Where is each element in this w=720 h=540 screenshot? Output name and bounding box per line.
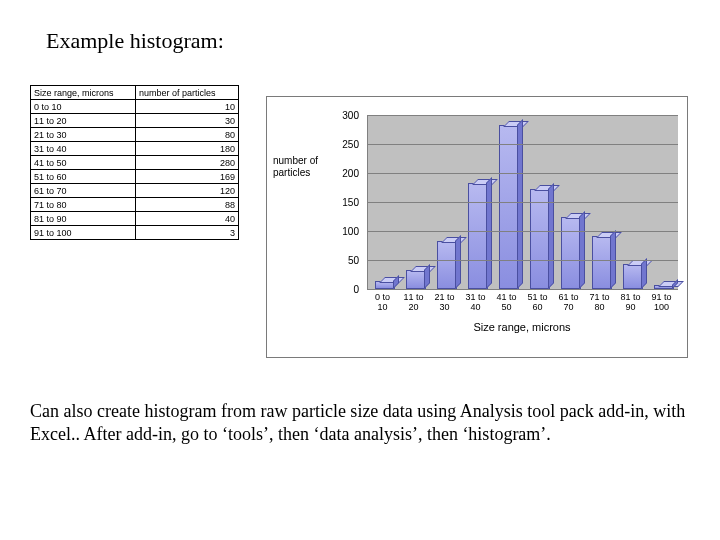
- size-range-cell: 31 to 40: [31, 142, 136, 156]
- table-header: Size range, microns: [31, 86, 136, 100]
- size-range-cell: 51 to 60: [31, 170, 136, 184]
- size-range-cell: 61 to 70: [31, 184, 136, 198]
- x-tick-label: 51 to60: [522, 293, 553, 313]
- size-range-cell: 91 to 100: [31, 226, 136, 240]
- x-axis-label: Size range, microns: [367, 321, 677, 333]
- table-row: 91 to 1003: [31, 226, 239, 240]
- table-row: 21 to 3080: [31, 128, 239, 142]
- size-range-cell: 21 to 30: [31, 128, 136, 142]
- bar: [375, 279, 397, 289]
- data-table: Size range, microns number of particles …: [30, 85, 239, 240]
- x-tick-label: 71 to80: [584, 293, 615, 313]
- count-cell: 80: [136, 128, 239, 142]
- x-tick-label: 21 to30: [429, 293, 460, 313]
- y-axis-ticks: 050100150200250300: [335, 115, 363, 289]
- histogram-chart: number of particles 050100150200250300 0…: [266, 96, 688, 358]
- plot-area: [367, 115, 678, 290]
- x-tick-label: 81 to90: [615, 293, 646, 313]
- table-row: 61 to 70120: [31, 184, 239, 198]
- count-cell: 3: [136, 226, 239, 240]
- bar: [406, 268, 428, 289]
- size-range-cell: 41 to 50: [31, 156, 136, 170]
- bar: [499, 123, 521, 289]
- y-tick-label: 150: [342, 197, 359, 208]
- y-tick-label: 300: [342, 110, 359, 121]
- x-tick-label: 31 to40: [460, 293, 491, 313]
- count-cell: 40: [136, 212, 239, 226]
- table-row: 31 to 40180: [31, 142, 239, 156]
- count-cell: 30: [136, 114, 239, 128]
- count-cell: 180: [136, 142, 239, 156]
- bar: [561, 215, 583, 289]
- y-tick-label: 200: [342, 168, 359, 179]
- y-tick-label: 50: [348, 255, 359, 266]
- table-row: 41 to 50280: [31, 156, 239, 170]
- x-tick-label: 61 to70: [553, 293, 584, 313]
- bar: [654, 283, 676, 289]
- size-range-cell: 11 to 20: [31, 114, 136, 128]
- table-row: 51 to 60169: [31, 170, 239, 184]
- gridline: [368, 231, 678, 232]
- x-tick-label: 91 to100: [646, 293, 677, 313]
- x-tick-label: 41 to50: [491, 293, 522, 313]
- gridline: [368, 260, 678, 261]
- bar: [623, 262, 645, 289]
- y-tick-label: 0: [353, 284, 359, 295]
- caption-text: Can also create histogram from raw parti…: [30, 400, 690, 446]
- y-tick-label: 100: [342, 226, 359, 237]
- count-cell: 88: [136, 198, 239, 212]
- size-range-cell: 71 to 80: [31, 198, 136, 212]
- table-header: number of particles: [136, 86, 239, 100]
- count-cell: 280: [136, 156, 239, 170]
- gridline: [368, 115, 678, 116]
- size-range-cell: 0 to 10: [31, 100, 136, 114]
- table-row: 0 to 1010: [31, 100, 239, 114]
- x-axis-ticks: 0 to1011 to2021 to3031 to4041 to5051 to6…: [367, 291, 677, 319]
- count-cell: 120: [136, 184, 239, 198]
- y-axis-label: number of particles: [273, 155, 335, 178]
- gridline: [368, 173, 678, 174]
- table-row: 81 to 9040: [31, 212, 239, 226]
- count-cell: 10: [136, 100, 239, 114]
- page: Example histogram: Size range, microns n…: [0, 0, 720, 540]
- gridline: [368, 144, 678, 145]
- table-header-row: Size range, microns number of particles: [31, 86, 239, 100]
- y-tick-label: 250: [342, 139, 359, 150]
- gridline: [368, 202, 678, 203]
- bar: [437, 239, 459, 289]
- table-row: 71 to 8088: [31, 198, 239, 212]
- table-row: 11 to 2030: [31, 114, 239, 128]
- bar: [592, 234, 614, 289]
- bar: [468, 181, 490, 289]
- x-tick-label: 0 to10: [367, 293, 398, 313]
- size-range-cell: 81 to 90: [31, 212, 136, 226]
- count-cell: 169: [136, 170, 239, 184]
- page-title: Example histogram:: [46, 28, 224, 54]
- x-tick-label: 11 to20: [398, 293, 429, 313]
